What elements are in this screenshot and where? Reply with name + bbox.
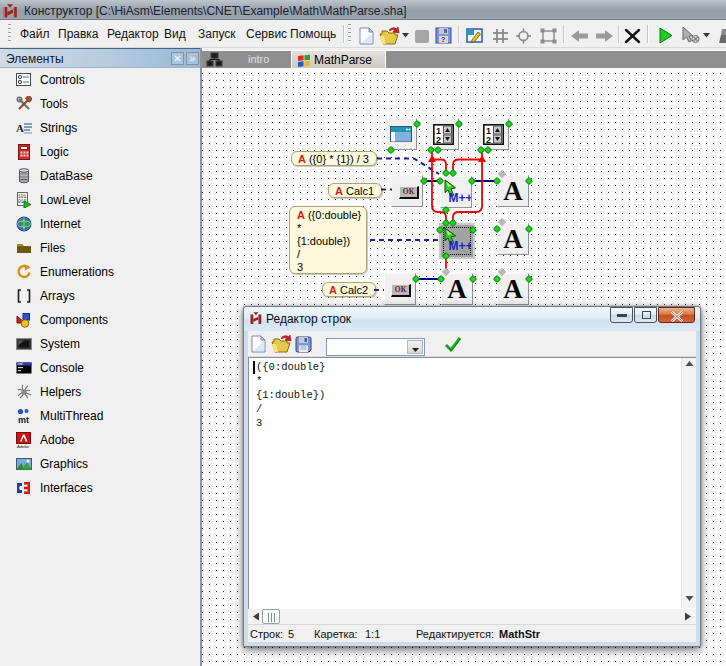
svg-text:Adobe: Adobe xyxy=(17,444,30,448)
svg-text:A: A xyxy=(16,122,24,134)
svg-text:mt: mt xyxy=(18,415,29,425)
svg-text:?: ? xyxy=(441,36,445,43)
svg-text:cmd: cmd xyxy=(18,362,23,366)
